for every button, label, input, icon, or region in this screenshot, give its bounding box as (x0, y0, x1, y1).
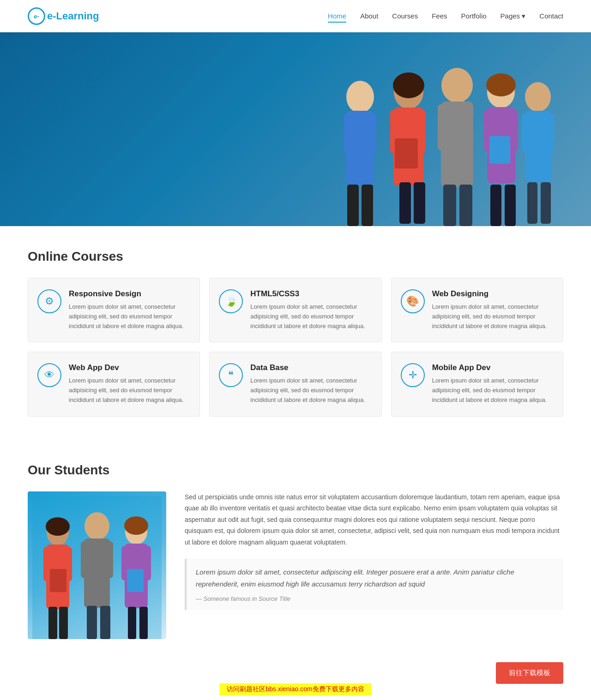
students-illustration (32, 496, 162, 639)
nav-menu: HomeAboutCoursesFeesPortfolioPages ▾Cont… (328, 12, 563, 20)
nav-link-pages[interactable]: Pages ▾ (501, 10, 526, 22)
svg-rect-25 (489, 136, 510, 164)
course-card: 👁Web App DevLorem ipsum dolor sit amet, … (28, 352, 200, 416)
logo-text: e-Learning (47, 10, 99, 22)
course-title: Web Designing (432, 289, 554, 299)
svg-rect-55 (128, 607, 136, 639)
svg-rect-11 (395, 138, 418, 168)
logo-icon: e- (28, 7, 45, 25)
svg-rect-26 (490, 185, 501, 226)
course-description: Lorem ipsum dolor sit amet, consectetur … (250, 376, 372, 405)
students-body-text: Sed ut perspiciatis unde omnis iste natu… (185, 491, 563, 548)
svg-rect-54 (127, 569, 144, 592)
students-image (28, 491, 166, 639)
course-title: HTML5/CSS3 (250, 289, 372, 299)
svg-rect-4 (347, 185, 359, 226)
svg-rect-12 (399, 182, 411, 224)
hero-section (0, 32, 591, 226)
svg-rect-2 (344, 113, 353, 155)
nav-dropdown-caret: ▾ (520, 12, 525, 20)
nav-item-about: About (360, 12, 378, 20)
nav-link-contact[interactable]: Contact (539, 10, 563, 22)
svg-rect-48 (100, 606, 110, 639)
students-text: Sed ut perspiciatis unde omnis iste natu… (185, 491, 563, 618)
hero-students-image (314, 42, 563, 226)
course-content: Responsive DesignLorem ipsum dolor sit a… (69, 289, 190, 331)
online-courses-section: Online Courses ⚙Responsive DesignLorem i… (0, 226, 591, 440)
svg-rect-27 (505, 185, 516, 226)
nav-link-home[interactable]: Home (328, 10, 346, 23)
quote-text: Lorem ipsum dolor sit amet, consectetur … (196, 566, 554, 590)
course-content: HTML5/CSS3Lorem ipsum dolor sit amet, co… (250, 289, 372, 331)
svg-rect-16 (438, 104, 448, 150)
course-card: ⚙Responsive DesignLorem ipsum dolor sit … (28, 278, 200, 342)
course-content: Web DesigningLorem ipsum dolor sit amet,… (432, 289, 554, 331)
svg-point-50 (124, 516, 148, 535)
course-icon: ❝ (219, 363, 243, 387)
course-icon: ✛ (401, 363, 425, 387)
svg-rect-38 (43, 547, 51, 581)
online-courses-title: Online Courses (28, 249, 563, 264)
nav-link-portfolio[interactable]: Portfolio (461, 10, 487, 22)
svg-rect-31 (547, 113, 554, 152)
svg-rect-17 (462, 104, 472, 150)
logo[interactable]: e- e-Learning (28, 7, 99, 25)
svg-point-43 (84, 512, 109, 540)
svg-rect-3 (367, 113, 376, 155)
course-content: Web App DevLorem ipsum dolor sit amet, c… (69, 363, 190, 405)
course-title: Web App Dev (69, 363, 190, 372)
course-description: Lorem ipsum dolor sit amet, consectetur … (250, 302, 372, 331)
nav-item-contact: Contact (539, 12, 563, 20)
svg-rect-13 (414, 182, 425, 224)
course-card: ✛Mobile App DevLorem ipsum dolor sit ame… (391, 352, 563, 416)
svg-rect-40 (48, 607, 57, 639)
courses-grid: ⚙Responsive DesignLorem ipsum dolor sit … (28, 278, 563, 417)
course-icon: 🎨 (401, 289, 425, 313)
navbar: e- e-Learning HomeAboutCoursesFeesPortfo… (0, 0, 591, 32)
course-icon: 🍃 (219, 289, 243, 313)
svg-rect-56 (139, 607, 148, 639)
course-title: Responsive Design (69, 289, 190, 299)
course-description: Lorem ipsum dolor sit amet, consectetur … (69, 376, 190, 405)
course-card: ❝Data BaseLorem ipsum dolor sit amet, co… (209, 352, 381, 416)
svg-rect-47 (87, 606, 97, 639)
nav-item-courses: Courses (392, 12, 418, 20)
quote-source: — Someone famous in Source Title (196, 595, 290, 602)
svg-rect-42 (50, 569, 66, 592)
course-card: 🍃HTML5/CSS3Lorem ipsum dolor sit amet, c… (209, 278, 381, 342)
svg-rect-18 (443, 185, 456, 226)
download-template-button[interactable]: 前往下载模板 (496, 662, 563, 684)
students-content: Sed ut perspiciatis unde omnis iste natu… (28, 491, 563, 639)
course-content: Data BaseLorem ipsum dolor sit amet, con… (250, 363, 372, 405)
blockquote: Lorem ipsum dolor sit amet, consectetur … (185, 559, 563, 610)
svg-point-28 (525, 82, 551, 112)
svg-point-0 (346, 81, 374, 113)
svg-rect-41 (59, 607, 68, 639)
hero-illustration (323, 46, 554, 226)
course-icon: 👁 (37, 363, 61, 387)
course-description: Lorem ipsum dolor sit amet, consectetur … (432, 302, 554, 331)
nav-item-fees: Fees (432, 12, 447, 20)
svg-point-21 (486, 73, 516, 96)
svg-rect-32 (527, 182, 537, 224)
svg-rect-19 (459, 185, 472, 226)
course-content: Mobile App DevLorem ipsum dolor sit amet… (432, 363, 554, 405)
nav-link-fees[interactable]: Fees (432, 10, 447, 22)
course-icon: ⚙ (37, 289, 61, 313)
svg-point-36 (46, 517, 70, 536)
nav-link-about[interactable]: About (360, 10, 378, 22)
svg-rect-30 (522, 113, 530, 152)
svg-rect-5 (362, 185, 373, 226)
course-card: 🎨Web DesigningLorem ipsum dolor sit amet… (391, 278, 563, 342)
svg-rect-46 (105, 541, 113, 578)
svg-point-7 (393, 72, 424, 98)
course-title: Mobile App Dev (432, 363, 554, 372)
course-description: Lorem ipsum dolor sit amet, consectetur … (69, 302, 190, 331)
nav-link-courses[interactable]: Courses (392, 10, 418, 22)
svg-rect-33 (541, 182, 551, 224)
our-students-section: Our Students (0, 440, 591, 662)
nav-item-portfolio: Portfolio (461, 12, 487, 20)
svg-point-14 (441, 68, 473, 103)
course-description: Lorem ipsum dolor sit amet, consectetur … (432, 376, 554, 405)
nav-item-home: Home (328, 12, 346, 20)
